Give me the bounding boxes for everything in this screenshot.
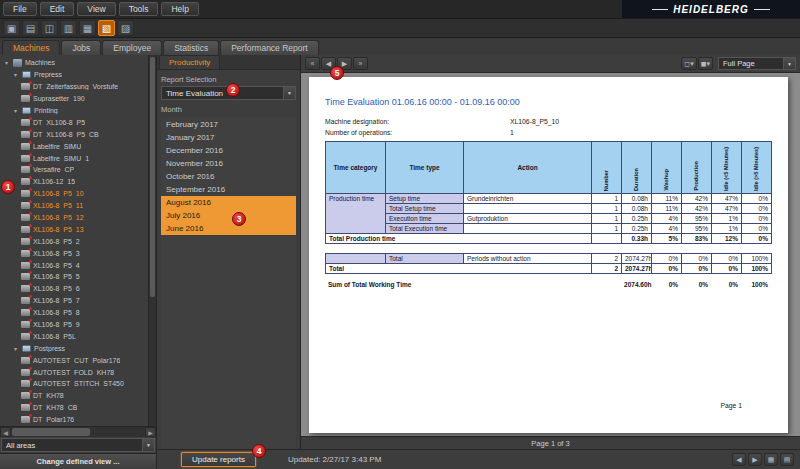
report-selection-label: Report Selection bbox=[161, 75, 296, 84]
status-dot-icon bbox=[29, 236, 32, 239]
tree-item-xl106-8-p5-2[interactable]: XL106-8_P5_2 bbox=[0, 235, 147, 247]
tree-item-dt-zeiterfassung-vorstufe[interactable]: DT_Zeiterfassung_Vorstufe bbox=[0, 81, 147, 93]
tree-item-labelfire-simu[interactable]: Labelfire_SIMU bbox=[0, 140, 147, 152]
print-icon[interactable]: ▤ bbox=[780, 453, 794, 466]
month-item-october-2016[interactable]: October 2016 bbox=[161, 170, 296, 183]
expand-icon[interactable]: ▾ bbox=[3, 59, 10, 66]
menu-item-file[interactable]: File bbox=[3, 2, 37, 16]
total-value: 0% bbox=[712, 264, 742, 274]
export-icon[interactable]: ▦ bbox=[764, 453, 778, 466]
tree-item-autotest-cut-polar176[interactable]: AUTOTEST_CUT_Polar176 bbox=[0, 354, 147, 366]
expand-icon[interactable]: ▾ bbox=[12, 107, 19, 114]
scroll-left-icon[interactable]: ◀ bbox=[0, 427, 11, 437]
tree-item-labelfire-simu-1[interactable]: Labelfire_SIMU_1 bbox=[0, 152, 147, 164]
tree-item-versafire-cp[interactable]: Versafire_CP bbox=[0, 164, 147, 176]
zoom-in-button[interactable]: ◻▾ bbox=[681, 57, 696, 70]
tree-item-xl106-8-p5-13[interactable]: XL106-8_P5_13 bbox=[0, 223, 147, 235]
tree-item-label: XL106-8_P5_7 bbox=[33, 297, 80, 304]
area-filter-select[interactable]: All areas ▼ bbox=[1, 438, 155, 452]
zoom-mode-select[interactable]: Full Page ▼ bbox=[718, 57, 796, 70]
total-value: 12% bbox=[712, 234, 742, 244]
tree-item-dt-kh78-cb[interactable]: DT_KH78_CB bbox=[0, 402, 147, 414]
tree-item-xl106-8-p5l[interactable]: XL106-8_P5L bbox=[0, 330, 147, 342]
tree-item-autotest-stitch-st450[interactable]: AUTOTEST_STITCH_ST450 bbox=[0, 378, 147, 390]
value-cell: 0.25h bbox=[622, 214, 652, 224]
menu-item-view[interactable]: View bbox=[77, 2, 115, 16]
month-item-december-2016[interactable]: December 2016 bbox=[161, 144, 296, 157]
tree-item-xl106-8-p5-10[interactable]: XL106-8_P5_10 bbox=[0, 188, 147, 200]
zoom-out-button[interactable]: ◼▾ bbox=[698, 57, 713, 70]
tab-machines[interactable]: Machines bbox=[2, 40, 60, 55]
tree-item-xl106-8-p5-8[interactable]: XL106-8_P5_8 bbox=[0, 307, 147, 319]
employee-icon[interactable]: ▥ bbox=[60, 20, 77, 36]
statistics-icon[interactable]: ▦ bbox=[79, 20, 96, 36]
window-icon[interactable]: ▣ bbox=[3, 20, 20, 36]
col-header-duration: Duration bbox=[622, 142, 652, 194]
tree-item-label: XL106-8_P5_9 bbox=[33, 321, 80, 328]
menu-item-edit[interactable]: Edit bbox=[40, 2, 75, 16]
tree-item-xl106-8-p5-6[interactable]: XL106-8_P5_6 bbox=[0, 283, 147, 295]
month-item-january-2017[interactable]: January 2017 bbox=[161, 131, 296, 144]
machine-icon bbox=[21, 285, 30, 292]
tree-item-dt-polar176[interactable]: DT_Polar176 bbox=[0, 414, 147, 426]
tab-jobs[interactable]: Jobs bbox=[61, 40, 101, 55]
footer-icons: ◀▶▦▤ bbox=[732, 453, 794, 466]
tree-item-suprasetter-190[interactable]: Suprasetter_190 bbox=[0, 93, 147, 105]
scroll-right-icon[interactable]: ▶ bbox=[145, 427, 156, 437]
tree-item-prepress[interactable]: ▾Prepress bbox=[0, 69, 147, 81]
tree-item-autotest-fold-kh78[interactable]: AUTOTEST_FOLD_KH78 bbox=[0, 366, 147, 378]
tree-item-xl106-8-p5-5[interactable]: XL106-8_P5_5 bbox=[0, 271, 147, 283]
machine-tree: ▾Machines▾PrepressDT_Zeiterfassung_Vorst… bbox=[0, 55, 156, 426]
tab-statistics[interactable]: Statistics bbox=[163, 40, 219, 55]
logo-line bbox=[652, 9, 668, 10]
expand-icon[interactable]: ▾ bbox=[12, 71, 19, 78]
jobs-icon[interactable]: ◫ bbox=[41, 20, 58, 36]
scrollbar-thumb[interactable] bbox=[150, 57, 155, 297]
tab-productivity[interactable]: Productivity bbox=[159, 55, 220, 69]
menu-item-tools[interactable]: Tools bbox=[119, 2, 159, 16]
last-page-button[interactable]: » bbox=[353, 57, 368, 70]
tree-item-xl106-8-p5-4[interactable]: XL106-8_P5_4 bbox=[0, 259, 147, 271]
tree-item-dt-xl106-8-p5[interactable]: DT_XL106-8_P5 bbox=[0, 116, 147, 128]
scrollbar-thumb[interactable] bbox=[12, 428, 90, 436]
expand-icon[interactable]: ▾ bbox=[12, 345, 19, 352]
month-item-november-2016[interactable]: November 2016 bbox=[161, 157, 296, 170]
first-page-button[interactable]: « bbox=[305, 57, 320, 70]
zoom-mode-value: Full Page bbox=[723, 59, 755, 68]
time-type-cell: Execution time bbox=[386, 214, 464, 224]
month-list: February 2017January 2017December 2016No… bbox=[161, 118, 296, 449]
menu-item-help[interactable]: Help bbox=[161, 2, 198, 16]
tree-item-xl106-8-p5-12[interactable]: XL106-8_P5_12 bbox=[0, 212, 147, 224]
settings-icon[interactable]: ▨ bbox=[117, 20, 134, 36]
next-report-icon[interactable]: ▶ bbox=[748, 453, 762, 466]
tree-item-postpress[interactable]: ▾Postpress bbox=[0, 342, 147, 354]
machine-icon bbox=[21, 214, 30, 221]
tree-item-xl106-8-p5-11[interactable]: XL106-8_P5_11 bbox=[0, 200, 147, 212]
tab-employee[interactable]: Employee bbox=[102, 40, 162, 55]
tree-item-printing[interactable]: ▾Printing bbox=[0, 105, 147, 117]
update-reports-button[interactable]: Update reports bbox=[181, 452, 256, 467]
change-defined-view-button[interactable]: Change defined view ... bbox=[0, 453, 156, 469]
machine-icon bbox=[21, 309, 30, 316]
machines-root-icon bbox=[13, 59, 22, 67]
tree-item-xl106-8-p5-3[interactable]: XL106-8_P5_3 bbox=[0, 247, 147, 259]
tree-item-dt-xl106-8-p5-cb[interactable]: DT_XL106-8_P5_CB bbox=[0, 128, 147, 140]
tree-item-xl106-8-p5-9[interactable]: XL106-8_P5_9 bbox=[0, 319, 147, 331]
machines-icon[interactable]: ▤ bbox=[22, 20, 39, 36]
month-item-september-2016[interactable]: September 2016 bbox=[161, 183, 296, 196]
col-header-idle-5-minutes: Idle (>5 Minutes) bbox=[742, 142, 772, 194]
tree-item-dt-kh78[interactable]: DT_KH78 bbox=[0, 390, 147, 402]
tree-item-xl106-12-15[interactable]: XL106-12_15 bbox=[0, 176, 147, 188]
status-dot-icon bbox=[29, 414, 32, 417]
month-item-july-2016[interactable]: July 2016 bbox=[161, 209, 296, 222]
month-item-august-2016[interactable]: August 2016 bbox=[161, 196, 296, 209]
tree-item-xl106-8-p5-7[interactable]: XL106-8_P5_7 bbox=[0, 295, 147, 307]
reports-icon[interactable]: ▧ bbox=[98, 20, 115, 36]
month-item-february-2017[interactable]: February 2017 bbox=[161, 118, 296, 131]
value-cell: 2074.27h bbox=[622, 254, 652, 264]
prev-report-icon[interactable]: ◀ bbox=[732, 453, 746, 466]
tree-item-machines[interactable]: ▾Machines bbox=[0, 57, 147, 69]
month-item-june-2016[interactable]: June 2016 bbox=[161, 222, 296, 235]
machine-tree-panel: ▾Machines▾PrepressDT_Zeiterfassung_Vorst… bbox=[0, 55, 157, 469]
tab-performance-report[interactable]: Performance Report bbox=[220, 40, 319, 55]
